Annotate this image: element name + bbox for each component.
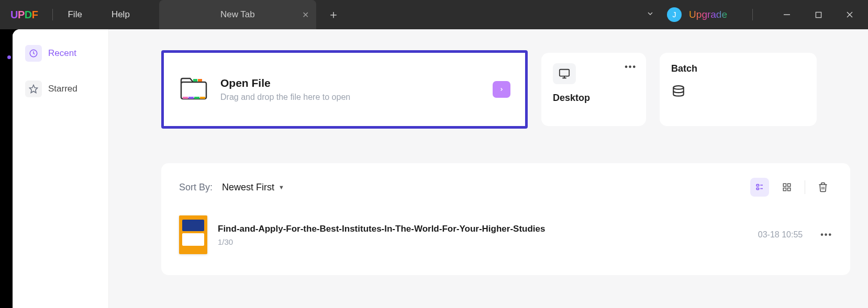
file-name: Find-and-Apply-For-the-Best-Institutes-I…: [218, 224, 545, 234]
svg-point-16: [673, 86, 684, 89]
batch-card[interactable]: Batch: [660, 53, 817, 126]
divider: [805, 180, 805, 194]
folder-icon: [180, 76, 208, 103]
svg-rect-23: [783, 188, 786, 191]
svg-rect-22: [788, 184, 791, 186]
desktop-card[interactable]: ••• Desktop: [541, 53, 646, 126]
file-list-panel: Sort By: Newest First ▼: [161, 163, 850, 275]
sort-by-label: Sort By:: [179, 182, 213, 193]
svg-rect-10: [188, 97, 194, 99]
grid-view-button[interactable]: [777, 178, 796, 197]
add-tab-button[interactable]: ＋: [326, 7, 341, 22]
svg-rect-9: [183, 97, 188, 99]
monitor-icon: [553, 63, 576, 84]
sidebar-item-recent[interactable]: Recent: [20, 40, 101, 67]
close-icon[interactable]: ✕: [302, 10, 309, 20]
svg-rect-1: [816, 12, 821, 17]
tab-label: New Tab: [220, 9, 255, 20]
file-page-count: 1/30: [218, 237, 545, 246]
svg-rect-8: [198, 79, 202, 82]
sidebar-item-starred[interactable]: Starred: [20, 75, 101, 102]
upgrade-button[interactable]: Upgrade: [689, 9, 727, 20]
avatar[interactable]: J: [667, 7, 682, 22]
open-file-button[interactable]: [493, 81, 510, 98]
svg-marker-5: [30, 85, 38, 93]
workspace: Recent Starred: [13, 29, 868, 308]
menu-file[interactable]: File: [68, 9, 82, 20]
clock-icon: [25, 45, 42, 62]
svg-rect-6: [181, 82, 206, 99]
sidebar-item-label: Recent: [48, 48, 76, 59]
svg-rect-24: [788, 188, 791, 191]
menu-help[interactable]: Help: [112, 9, 130, 20]
stack-icon: [671, 85, 805, 100]
sort-value: Newest First: [222, 182, 274, 193]
indicator-dot: [7, 55, 11, 59]
svg-rect-17: [756, 185, 759, 186]
svg-rect-7: [193, 79, 197, 82]
sidebar: Recent Starred: [13, 29, 109, 308]
chevron-down-icon: ▼: [279, 184, 284, 190]
svg-rect-13: [560, 70, 569, 76]
more-icon[interactable]: •••: [625, 62, 637, 72]
file-thumbnail: [179, 215, 207, 254]
close-button[interactable]: [838, 4, 862, 25]
more-icon[interactable]: •••: [820, 230, 832, 239]
card-label: Desktop: [553, 93, 635, 104]
svg-rect-12: [200, 97, 205, 99]
svg-rect-11: [194, 97, 199, 99]
svg-rect-21: [783, 184, 786, 186]
list-view-button[interactable]: [750, 178, 769, 197]
sort-dropdown[interactable]: Newest First ▼: [222, 182, 284, 193]
card-label: Batch: [671, 63, 805, 74]
minimize-button[interactable]: [775, 4, 799, 25]
app-logo: UPDF: [10, 9, 38, 21]
tab-new[interactable]: New Tab ✕: [159, 0, 316, 29]
divider: [52, 9, 53, 20]
open-file-title: Open File: [220, 77, 350, 89]
sidebar-item-label: Starred: [48, 84, 77, 94]
trash-button[interactable]: [814, 178, 832, 197]
svg-rect-18: [756, 188, 759, 189]
maximize-button[interactable]: [806, 4, 830, 25]
open-file-dropzone[interactable]: Open File Drag and drop the file here to…: [161, 50, 528, 129]
chevron-down-icon[interactable]: [641, 6, 660, 23]
star-icon: [25, 81, 42, 97]
file-row[interactable]: Find-and-Apply-For-the-Best-Institutes-I…: [179, 215, 832, 254]
file-date: 03-18 10:55: [758, 230, 803, 239]
titlebar: UPDF File Help New Tab ✕ ＋ J Upgrade: [0, 0, 868, 29]
divider: [752, 9, 753, 20]
main-area: Open File Drag and drop the file here to…: [109, 29, 868, 308]
tab-strip: New Tab ✕ ＋: [159, 0, 341, 29]
open-file-subtitle: Drag and drop the file here to open: [220, 93, 350, 102]
